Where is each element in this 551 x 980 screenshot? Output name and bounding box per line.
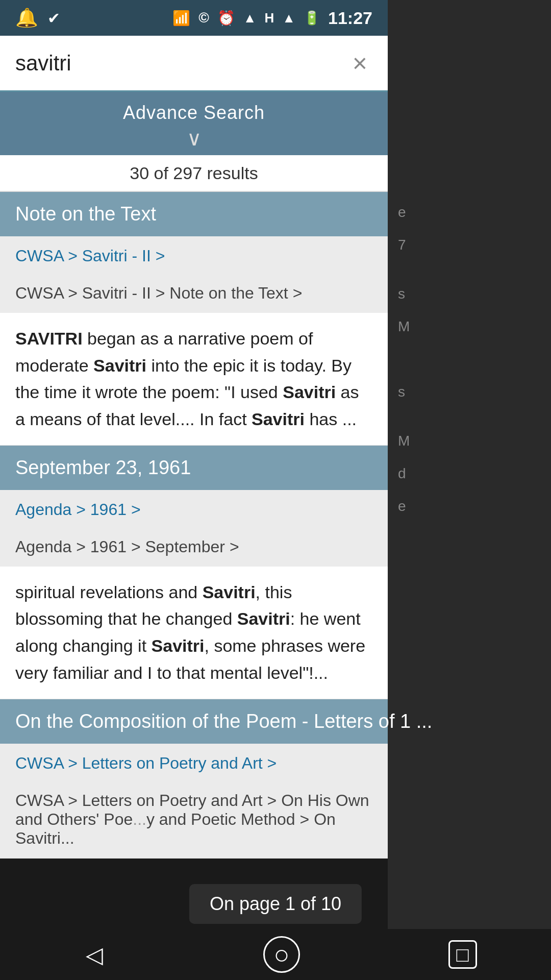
back-button[interactable]: ◁: [74, 934, 115, 975]
result-item-1: Note on the Text CWSA > Savitri - II > C…: [0, 192, 388, 446]
status-left-icons: 🔔 ✔: [15, 7, 60, 29]
section-header-3[interactable]: On the Composition of the Poem - Letters…: [0, 699, 388, 744]
result-item-2: September 23, 1961 Agenda > 1961 > Agend…: [0, 446, 388, 699]
section-title-2: September 23, 1961: [15, 457, 191, 478]
snippet-2[interactable]: spiritual revelations and Savitri, this …: [0, 567, 388, 699]
bottom-navigation: ◁ ○ □: [0, 929, 551, 980]
breadcrumb-path-1: CWSA > Savitri - II > Note on the Text >: [0, 276, 388, 313]
advance-search-section[interactable]: Advance Search ∨: [0, 92, 388, 155]
results-count: 30 of 297 results: [0, 155, 388, 192]
time-display: 11:27: [328, 8, 372, 28]
notification-icon-2: ✔: [47, 9, 60, 27]
recent-apps-button[interactable]: □: [448, 940, 477, 969]
left-panel: 🔔 ✔ 📶 © ⏰ ▲ H ▲ 🔋 11:27 × Advance Search…: [0, 0, 388, 859]
section-header-1[interactable]: Note on the Text: [0, 192, 388, 236]
section-title-3: On the Composition of the Poem - Letters…: [15, 710, 432, 732]
advance-search-label: Advance Search: [123, 102, 265, 124]
pagination-text: On page 1 of 10: [210, 893, 341, 914]
section-title-1: Note on the Text: [15, 203, 156, 225]
section-header-2[interactable]: September 23, 1961: [0, 446, 388, 490]
status-bar: 🔔 ✔ 📶 © ⏰ ▲ H ▲ 🔋 11:27: [0, 0, 388, 36]
breadcrumb-link-3[interactable]: CWSA > Letters on Poetry and Art >: [15, 754, 277, 772]
notification-icon-1: 🔔: [15, 7, 38, 29]
breadcrumb-path-2: Agenda > 1961 > September >: [0, 529, 388, 567]
search-bar: ×: [0, 36, 388, 92]
breadcrumb-path-3: CWSA > Letters on Poetry and Art > On Hi…: [0, 783, 388, 858]
status-right-icons: 📶 © ⏰ ▲ H ▲ 🔋 11:27: [172, 8, 372, 28]
h-indicator: H: [265, 10, 274, 26]
hotspot-icon: 📶: [172, 10, 190, 27]
result-item-3: On the Composition of the Poem - Letters…: [0, 699, 388, 859]
results-count-text: 30 of 297 results: [130, 163, 258, 183]
pagination-tooltip: On page 1 of 10: [189, 884, 362, 924]
battery-icon: 🔋: [304, 10, 320, 26]
copyright-icon: ©: [198, 10, 209, 26]
right-panel: e7sMsMde: [388, 0, 551, 980]
breadcrumb-2[interactable]: Agenda > 1961 >: [0, 490, 388, 529]
breadcrumb-link-1[interactable]: CWSA > Savitri - II >: [15, 247, 165, 265]
home-button[interactable]: ○: [263, 936, 300, 973]
clear-button[interactable]: ×: [347, 48, 372, 78]
breadcrumb-link-2[interactable]: Agenda > 1961 >: [15, 500, 141, 519]
right-panel-content: e7sMsMde: [388, 194, 551, 525]
signal-icon-1: ▲: [243, 10, 257, 26]
snippet-1[interactable]: SAVITRI began as a narrative poem of mod…: [0, 313, 388, 445]
breadcrumb-1[interactable]: CWSA > Savitri - II >: [0, 236, 388, 276]
search-input[interactable]: [15, 51, 347, 76]
breadcrumb-3[interactable]: CWSA > Letters on Poetry and Art >: [0, 744, 388, 783]
chevron-down-icon: ∨: [187, 127, 202, 150]
clock-icon: ⏰: [217, 10, 235, 27]
signal-icon-2: ▲: [282, 10, 295, 26]
